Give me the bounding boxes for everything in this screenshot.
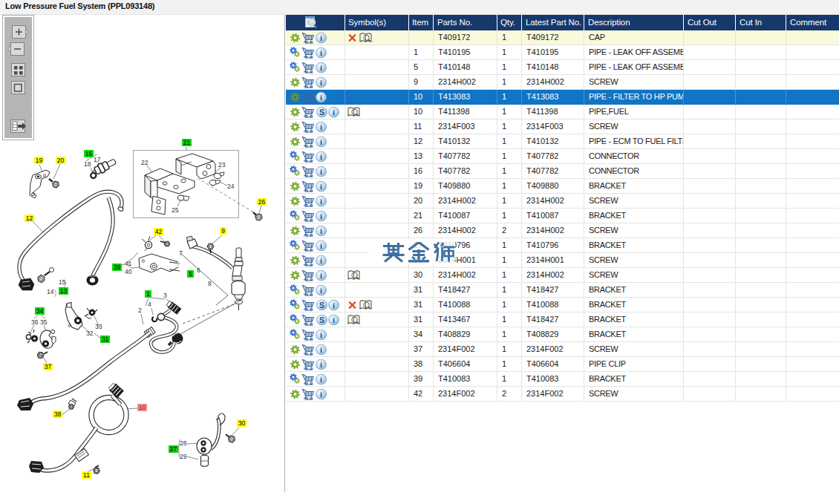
svg-text:15: 15	[59, 278, 66, 286]
svg-text:28: 28	[180, 439, 187, 447]
svg-text:26: 26	[258, 198, 266, 206]
svg-text:32: 32	[86, 330, 94, 337]
svg-text:1: 1	[146, 290, 150, 298]
svg-text:5: 5	[189, 270, 192, 278]
svg-text:35: 35	[40, 318, 48, 326]
svg-text:23: 23	[218, 161, 226, 168]
svg-text:17: 17	[94, 156, 101, 163]
svg-text:37: 37	[45, 363, 52, 370]
svg-text:29: 29	[180, 453, 187, 460]
svg-text:22: 22	[141, 159, 148, 166]
svg-text:13: 13	[60, 287, 68, 295]
svg-text:21: 21	[183, 139, 191, 146]
svg-text:12: 12	[26, 215, 33, 222]
svg-text:4: 4	[148, 301, 151, 308]
svg-text:6: 6	[197, 266, 200, 274]
svg-text:25: 25	[172, 206, 179, 214]
svg-text:3: 3	[163, 292, 167, 299]
svg-text:40: 40	[125, 268, 132, 275]
svg-text:7: 7	[179, 249, 183, 257]
svg-text:14: 14	[47, 288, 54, 295]
svg-text:19: 19	[36, 157, 43, 164]
svg-text:18: 18	[84, 160, 91, 168]
svg-text:10: 10	[139, 404, 146, 411]
svg-text:16: 16	[85, 150, 93, 157]
svg-text:38: 38	[54, 410, 62, 418]
svg-text:36: 36	[31, 318, 39, 326]
svg-text:2: 2	[138, 307, 142, 314]
svg-text:30: 30	[238, 419, 246, 427]
svg-text:8: 8	[208, 280, 212, 287]
svg-text:34: 34	[36, 307, 44, 315]
svg-text:27: 27	[170, 445, 177, 453]
svg-text:11: 11	[83, 471, 90, 479]
svg-text:33: 33	[95, 323, 102, 330]
svg-text:24: 24	[227, 183, 235, 190]
svg-text:42: 42	[155, 228, 163, 235]
svg-text:41: 41	[125, 260, 132, 267]
svg-text:31: 31	[102, 336, 109, 343]
svg-text:39: 39	[114, 264, 121, 271]
svg-text:20: 20	[57, 157, 65, 164]
svg-text:9: 9	[221, 227, 225, 235]
